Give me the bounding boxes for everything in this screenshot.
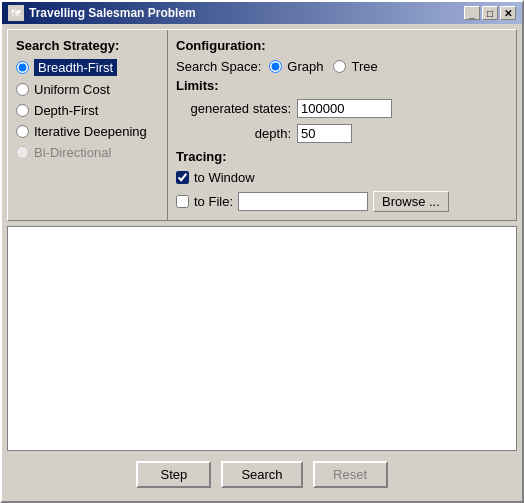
bi-directional-option: Bi-Directional — [16, 145, 159, 160]
generated-states-input[interactable] — [297, 99, 392, 118]
to-file-checkbox[interactable] — [176, 195, 189, 208]
search-space-radios: Graph Tree — [269, 59, 377, 74]
graph-label[interactable]: Graph — [287, 59, 323, 74]
minimize-button[interactable]: _ — [464, 6, 480, 20]
generated-states-row: generated states: — [176, 99, 508, 118]
to-window-checkbox[interactable] — [176, 171, 189, 184]
top-panels: Search Strategy: Breadth-First Uniform C… — [7, 29, 517, 221]
depth-input[interactable] — [297, 124, 352, 143]
graph-radio[interactable] — [269, 60, 282, 73]
window-content: Search Strategy: Breadth-First Uniform C… — [2, 24, 522, 501]
breadth-first-option[interactable]: Breadth-First — [16, 59, 159, 76]
title-buttons: _ □ ✕ — [464, 6, 516, 20]
close-button[interactable]: ✕ — [500, 6, 516, 20]
window-title: Travelling Salesman Problem — [29, 6, 196, 20]
breadth-first-radio[interactable] — [16, 61, 29, 74]
right-panel: Configuration: Search Space: Graph Tree — [168, 30, 516, 220]
iterative-deepening-radio[interactable] — [16, 125, 29, 138]
depth-first-option[interactable]: Depth-First — [16, 103, 159, 118]
to-window-label[interactable]: to Window — [194, 170, 255, 185]
browse-button[interactable]: Browse ... — [373, 191, 449, 212]
reset-button[interactable]: Reset — [313, 461, 388, 488]
bi-directional-label: Bi-Directional — [34, 145, 111, 160]
maximize-button[interactable]: □ — [482, 6, 498, 20]
depth-label: depth: — [176, 126, 291, 141]
tree-radio[interactable] — [333, 60, 346, 73]
display-area — [7, 226, 517, 451]
search-strategy-title: Search Strategy: — [16, 38, 159, 53]
generated-states-label: generated states: — [176, 101, 291, 116]
breadth-first-label[interactable]: Breadth-First — [34, 59, 117, 76]
bottom-bar: Step Search Reset — [7, 456, 517, 496]
tracing-section: Tracing: to Window to File: Browse ... — [176, 149, 508, 212]
title-bar: 🗺 Travelling Salesman Problem _ □ ✕ — [2, 2, 522, 24]
step-button[interactable]: Step — [136, 461, 211, 488]
main-window: 🗺 Travelling Salesman Problem _ □ ✕ Sear… — [0, 0, 524, 503]
tree-option[interactable]: Tree — [333, 59, 377, 74]
depth-row: depth: — [176, 124, 508, 143]
search-space-label: Search Space: — [176, 59, 261, 74]
depth-first-radio[interactable] — [16, 104, 29, 117]
to-file-row: to File: Browse ... — [176, 191, 508, 212]
search-space-row: Search Space: Graph Tree — [176, 59, 508, 74]
iterative-deepening-option[interactable]: Iterative Deepening — [16, 124, 159, 139]
iterative-deepening-label[interactable]: Iterative Deepening — [34, 124, 147, 139]
search-strategy-group: Breadth-First Uniform Cost Depth-First I… — [16, 59, 159, 160]
uniform-cost-option[interactable]: Uniform Cost — [16, 82, 159, 97]
to-file-input[interactable] — [238, 192, 368, 211]
graph-option[interactable]: Graph — [269, 59, 323, 74]
left-panel: Search Strategy: Breadth-First Uniform C… — [8, 30, 168, 220]
limits-title: Limits: — [176, 78, 508, 93]
depth-first-label[interactable]: Depth-First — [34, 103, 98, 118]
to-window-row: to Window — [176, 170, 508, 185]
search-button[interactable]: Search — [221, 461, 302, 488]
tracing-title: Tracing: — [176, 149, 508, 164]
uniform-cost-radio[interactable] — [16, 83, 29, 96]
to-file-label[interactable]: to File: — [194, 194, 233, 209]
window-icon: 🗺 — [8, 5, 24, 21]
bi-directional-radio — [16, 146, 29, 159]
configuration-title: Configuration: — [176, 38, 508, 53]
uniform-cost-label[interactable]: Uniform Cost — [34, 82, 110, 97]
tree-label[interactable]: Tree — [351, 59, 377, 74]
